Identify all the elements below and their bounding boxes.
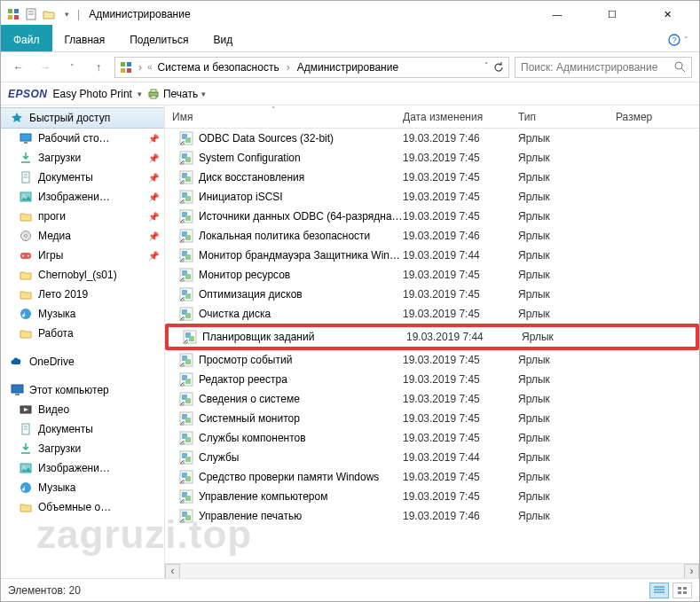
file-row[interactable]: Системный монитор19.03.2019 7:45Ярлык [165, 409, 699, 428]
nav-up-button[interactable]: ↑ [88, 57, 109, 78]
sidebar-item[interactable]: проги📌 [1, 207, 164, 226]
view-large-icons-button[interactable] [672, 582, 692, 598]
refresh-icon[interactable] [492, 61, 505, 74]
control-panel-icon [119, 60, 133, 74]
sidebar-item[interactable]: Видео [1, 400, 164, 419]
sidebar-item-label: Музыка [38, 308, 75, 320]
sidebar-item[interactable]: Документы [1, 419, 164, 439]
breadcrumb-sep[interactable]: › [285, 61, 292, 74]
file-row[interactable]: Управление компьютером19.03.2019 7:45Ярл… [165, 487, 699, 506]
file-date: 19.03.2019 7:45 [403, 308, 518, 320]
status-item-count: Элементов: 20 [8, 584, 81, 597]
ribbon-tab-share[interactable]: Поделиться [117, 27, 201, 51]
sidebar-item[interactable]: Документы📌 [1, 168, 164, 187]
properties-icon[interactable] [24, 7, 38, 21]
sidebar-item[interactable]: Работа [1, 324, 164, 343]
ribbon-tab-view[interactable]: Вид [201, 27, 245, 51]
sidebar-item[interactable]: Лето 2019 [1, 285, 164, 304]
file-row[interactable]: Локальная политика безопасности19.03.201… [165, 226, 699, 246]
breadcrumb-administration[interactable]: Администрирование [295, 61, 400, 74]
pin-icon: 📌 [148, 192, 159, 202]
minimize-button[interactable]: — [539, 2, 575, 27]
file-type: Ярлык [518, 230, 616, 242]
close-button[interactable]: ✕ [649, 2, 685, 27]
ribbon-tab-file[interactable]: Файл [1, 25, 52, 51]
file-row[interactable]: Службы19.03.2019 7:44Ярлык [165, 448, 699, 467]
ribbon-tabs: Файл Главная Поделиться Вид ? ˅ [1, 27, 699, 52]
file-type: Ярлык [518, 490, 616, 503]
file-date: 19.03.2019 7:45 [403, 152, 518, 164]
nav-forward-button[interactable]: → [35, 57, 56, 78]
nav-recent-dropdown[interactable]: ˅ [61, 57, 83, 78]
file-date: 19.03.2019 7:45 [403, 171, 518, 184]
svg-rect-83 [185, 398, 191, 403]
sidebar-item[interactable]: Загрузки📌 [1, 148, 164, 168]
file-row[interactable]: Службы компонентов19.03.2019 7:45Ярлык [165, 428, 699, 448]
nav-back-button[interactable]: ← [8, 57, 29, 78]
file-row[interactable]: Редактор реестра19.03.2019 7:45Ярлык [165, 370, 699, 389]
sidebar-item[interactable]: Изображени…📌 [1, 187, 164, 207]
file-row[interactable]: Монитор брандмауэра Защитника Win…19.03.… [165, 246, 699, 265]
svg-line-14 [681, 68, 685, 72]
address-bar[interactable]: › « Система и безопасность › Администрир… [114, 57, 509, 78]
epson-print-button[interactable]: Печать ▾ [147, 88, 206, 100]
column-header-date[interactable]: Дата изменения [396, 111, 511, 123]
sidebar-item[interactable]: Медиа📌 [1, 226, 164, 246]
svg-rect-89 [185, 437, 191, 442]
file-row[interactable]: Источники данных ODBC (64-разрядна…19.03… [165, 207, 699, 226]
column-headers[interactable]: ˄ Имя Дата изменения Тип Размер [165, 106, 699, 129]
sidebar-onedrive[interactable]: OneDrive [1, 352, 164, 371]
file-row[interactable]: Сведения о системе19.03.2019 7:45Ярлык [165, 389, 699, 409]
file-row[interactable]: Инициатор iSCSI19.03.2019 7:45Ярлык [165, 187, 699, 207]
file-row[interactable]: Очистка диска19.03.2019 7:45Ярлык [165, 304, 699, 324]
horizontal-scrollbar[interactable]: ‹ › [165, 563, 699, 578]
svg-rect-92 [185, 457, 191, 462]
scroll-left-icon[interactable]: ‹ [165, 564, 180, 579]
file-row[interactable]: System Configuration19.03.2019 7:45Ярлык [165, 148, 699, 168]
svg-rect-86 [185, 418, 191, 423]
sidebar-item[interactable]: Игры📌 [1, 246, 164, 265]
breadcrumb-system-security[interactable]: Система и безопасность [156, 61, 281, 74]
sidebar-item-label: проги [38, 210, 66, 223]
sidebar-this-pc[interactable]: Этот компьютер [1, 380, 164, 400]
file-row[interactable]: Монитор ресурсов19.03.2019 7:45Ярлык [165, 265, 699, 285]
new-folder-icon[interactable] [42, 7, 56, 21]
file-row[interactable]: Диск восстановления19.03.2019 7:45Ярлык [165, 168, 699, 187]
column-header-type[interactable]: Тип [511, 111, 609, 123]
ribbon-help-icon[interactable]: ? ˅ [657, 27, 699, 51]
sidebar-item[interactable]: Музыка [1, 304, 164, 324]
file-name: Локальная политика безопасности [199, 230, 370, 242]
sidebar-item-label: Изображени… [38, 191, 110, 203]
file-row[interactable]: Планировщик заданий19.03.2019 7:44Ярлык [169, 327, 696, 347]
scroll-right-icon[interactable]: › [684, 564, 699, 579]
svg-rect-50 [185, 176, 191, 182]
file-row[interactable]: Просмотр событий19.03.2019 7:45Ярлык [165, 350, 699, 370]
sidebar-item[interactable]: Объемные о… [1, 497, 164, 517]
sidebar-item[interactable]: Музыка [1, 478, 164, 497]
file-list[interactable]: ODBC Data Sources (32-bit)19.03.2019 7:4… [165, 129, 699, 563]
column-header-size[interactable]: Размер [609, 111, 699, 123]
search-box[interactable]: Поиск: Администрирование [515, 57, 692, 78]
qat-dropdown-icon[interactable]: ▾ [59, 7, 74, 21]
maximize-button[interactable]: ☐ [594, 2, 630, 27]
ribbon-tab-home[interactable]: Главная [52, 27, 118, 51]
sidebar-item[interactable]: Изображени… [1, 458, 164, 478]
sidebar-item[interactable]: Загрузки [1, 439, 164, 458]
file-row[interactable]: ODBC Data Sources (32-bit)19.03.2019 7:4… [165, 129, 699, 148]
navigation-pane[interactable]: Быстрый доступ Рабочий сто…📌Загрузки📌Док… [1, 106, 165, 578]
column-header-name[interactable]: Имя [165, 111, 396, 123]
file-row[interactable]: Средство проверки памяти Windows19.03.20… [165, 467, 699, 487]
breadcrumb-overflow[interactable]: « [147, 62, 153, 72]
epson-dropdown-icon[interactable]: ▾ [138, 90, 142, 98]
folder-icon [19, 131, 33, 145]
file-row[interactable]: Управление печатью19.03.2019 7:46Ярлык [165, 506, 699, 526]
breadcrumb-sep[interactable]: › [137, 61, 144, 74]
sidebar-item[interactable]: Рабочий сто…📌 [1, 129, 164, 148]
file-row[interactable]: Оптимизация дисков19.03.2019 7:45Ярлык [165, 285, 699, 304]
file-type: Ярлык [518, 451, 616, 464]
sidebar-quick-access[interactable]: Быстрый доступ [1, 107, 164, 129]
file-date: 19.03.2019 7:45 [403, 354, 518, 366]
sidebar-item[interactable]: Chernobyl_(s01) [1, 265, 164, 285]
view-details-button[interactable] [649, 582, 669, 598]
addr-dropdown-icon[interactable]: ˅ [484, 61, 489, 74]
